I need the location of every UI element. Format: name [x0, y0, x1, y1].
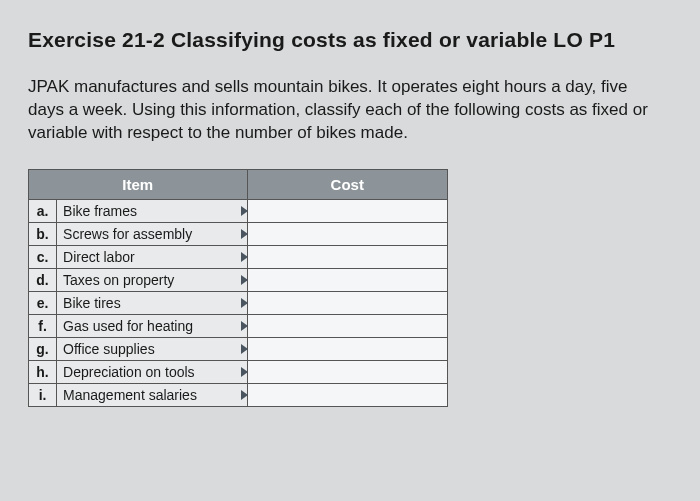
cost-cell[interactable]	[247, 360, 447, 383]
row-letter: g.	[29, 337, 57, 360]
cost-cell[interactable]	[247, 222, 447, 245]
item-label: Management salaries	[63, 387, 197, 403]
dropdown-icon	[241, 390, 248, 400]
header-cost: Cost	[247, 169, 447, 199]
table-row: g. Office supplies	[29, 337, 448, 360]
row-item: Taxes on property	[57, 268, 247, 291]
item-label: Bike frames	[63, 203, 137, 219]
row-item: Management salaries	[57, 383, 247, 406]
cost-cell[interactable]	[247, 245, 447, 268]
row-letter: b.	[29, 222, 57, 245]
row-letter: a.	[29, 199, 57, 222]
item-label: Gas used for heating	[63, 318, 193, 334]
table-header-row: Item Cost	[29, 169, 448, 199]
dropdown-icon	[241, 252, 248, 262]
exercise-instructions: JPAK manufactures and sells mountain bik…	[28, 76, 668, 145]
dropdown-icon	[241, 344, 248, 354]
row-letter: f.	[29, 314, 57, 337]
cost-cell[interactable]	[247, 383, 447, 406]
dropdown-icon	[241, 321, 248, 331]
row-item: Direct labor	[57, 245, 247, 268]
row-item: Screws for assembly	[57, 222, 247, 245]
table-row: c. Direct labor	[29, 245, 448, 268]
table-row: e. Bike tires	[29, 291, 448, 314]
row-item: Office supplies	[57, 337, 247, 360]
cost-cell[interactable]	[247, 291, 447, 314]
row-letter: e.	[29, 291, 57, 314]
exercise-title: Exercise 21-2 Classifying costs as fixed…	[28, 28, 672, 52]
row-letter: d.	[29, 268, 57, 291]
dropdown-icon	[241, 206, 248, 216]
item-label: Office supplies	[63, 341, 155, 357]
table-row: d. Taxes on property	[29, 268, 448, 291]
table-row: f. Gas used for heating	[29, 314, 448, 337]
row-letter: h.	[29, 360, 57, 383]
table-row: h. Depreciation on tools	[29, 360, 448, 383]
item-label: Screws for assembly	[63, 226, 192, 242]
cost-cell[interactable]	[247, 199, 447, 222]
item-label: Bike tires	[63, 295, 121, 311]
row-item: Depreciation on tools	[57, 360, 247, 383]
cost-cell[interactable]	[247, 314, 447, 337]
item-label: Taxes on property	[63, 272, 174, 288]
dropdown-icon	[241, 275, 248, 285]
row-item: Bike frames	[57, 199, 247, 222]
table-row: b. Screws for assembly	[29, 222, 448, 245]
row-item: Gas used for heating	[57, 314, 247, 337]
table-row: a. Bike frames	[29, 199, 448, 222]
item-label: Depreciation on tools	[63, 364, 195, 380]
dropdown-icon	[241, 229, 248, 239]
cost-classification-table-wrap: Item Cost a. Bike frames b. Screws for a…	[28, 169, 448, 407]
cost-cell[interactable]	[247, 268, 447, 291]
row-item: Bike tires	[57, 291, 247, 314]
dropdown-icon	[241, 298, 248, 308]
cost-cell[interactable]	[247, 337, 447, 360]
dropdown-icon	[241, 367, 248, 377]
row-letter: c.	[29, 245, 57, 268]
item-label: Direct labor	[63, 249, 135, 265]
cost-classification-table: Item Cost a. Bike frames b. Screws for a…	[28, 169, 448, 407]
header-item: Item	[29, 169, 248, 199]
table-row: i. Management salaries	[29, 383, 448, 406]
row-letter: i.	[29, 383, 57, 406]
